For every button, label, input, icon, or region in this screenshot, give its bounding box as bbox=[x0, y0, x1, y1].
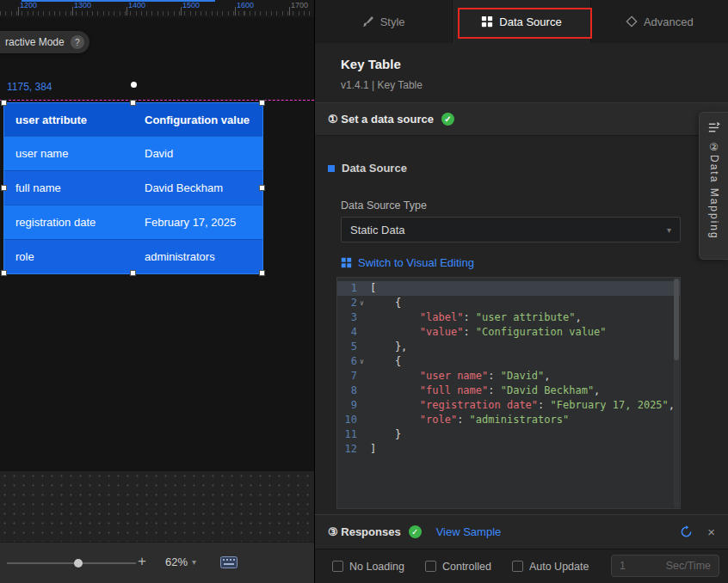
refresh-icon[interactable] bbox=[680, 525, 693, 538]
code-line[interactable]: 5 }, bbox=[337, 340, 680, 354]
selection-handle[interactable] bbox=[1, 185, 7, 191]
data-mapping-tab[interactable]: ②Data Mapping bbox=[699, 112, 728, 260]
code-line[interactable]: 8 "full name": "David Beckham", bbox=[337, 384, 680, 398]
ruler-mark: 1500 bbox=[182, 1, 200, 9]
line-number: 10 bbox=[345, 413, 357, 427]
check-icon: ✓ bbox=[441, 113, 454, 126]
check-icon: ✓ bbox=[409, 525, 422, 538]
table-cell-label: role bbox=[4, 240, 133, 273]
code-line[interactable]: 6∨ { bbox=[337, 354, 680, 369]
view-sample-link[interactable]: View Sample bbox=[436, 525, 502, 538]
checkbox-box[interactable] bbox=[425, 561, 436, 572]
selection-handle[interactable] bbox=[259, 185, 265, 191]
selection-coordinates: 1175, 384 bbox=[7, 81, 52, 93]
zoom-in-button[interactable]: + bbox=[138, 553, 146, 570]
component-title: Key Table bbox=[341, 57, 401, 71]
fold-icon[interactable]: ∨ bbox=[357, 354, 367, 369]
tab-advanced[interactable]: Advanced bbox=[591, 0, 728, 43]
code-line[interactable]: 2∨ { bbox=[337, 296, 680, 310]
section-bullet-icon bbox=[328, 165, 335, 172]
data-source-type-label: Data Source Type bbox=[341, 199, 427, 212]
design-canvas[interactable]: 1200 1300 1400 1500 1600 1700 ractive Mo… bbox=[0, 0, 314, 583]
code-line[interactable]: 9 "registration date": "February 17, 202… bbox=[337, 398, 680, 413]
selection-handle[interactable] bbox=[1, 100, 7, 106]
code-line[interactable]: 4 "value": "Configuration value" bbox=[337, 325, 680, 340]
selection-handle[interactable] bbox=[259, 100, 265, 106]
tab-label: Advanced bbox=[644, 15, 694, 28]
key-table-widget[interactable]: user attribute Configuration value user … bbox=[4, 103, 262, 273]
annotation-highlight-box bbox=[458, 8, 592, 39]
app-window: 1200 1300 1400 1500 1600 1700 ractive Mo… bbox=[0, 0, 728, 583]
line-number: 2 bbox=[351, 296, 357, 310]
tab-style[interactable]: Style bbox=[315, 0, 453, 43]
data-source-type-select[interactable]: Static Data ▾ bbox=[341, 217, 681, 242]
code-editor[interactable]: 1 [ 2∨ { 3 "label": "user attribute", 4 … bbox=[336, 277, 681, 509]
code-line[interactable]: 10 "role": "administrators" bbox=[337, 413, 680, 427]
zoom-slider[interactable] bbox=[7, 562, 136, 564]
tab-label: Style bbox=[380, 15, 405, 28]
selection-handle[interactable] bbox=[130, 270, 136, 276]
line-number: 4 bbox=[351, 325, 357, 340]
interval-unit: Sec/Time bbox=[666, 560, 711, 572]
checkbox-box[interactable] bbox=[332, 561, 343, 572]
no-loading-checkbox[interactable]: No Loading bbox=[332, 561, 404, 573]
help-icon[interactable]: ? bbox=[71, 35, 84, 49]
code-line[interactable]: 11 } bbox=[337, 427, 680, 442]
checkbox-box[interactable] bbox=[512, 561, 523, 572]
table-cell-label: user name bbox=[4, 137, 133, 170]
selection-handle[interactable] bbox=[1, 270, 7, 276]
mode-pill-label: ractive Mode bbox=[5, 36, 65, 48]
table-cell-value: administrators bbox=[133, 240, 262, 273]
table-cell-label: user attribute bbox=[4, 103, 133, 136]
code-line[interactable]: 12 ] bbox=[337, 442, 680, 457]
interval-value: 1 bbox=[620, 560, 626, 572]
canvas-toolbar: + 62% ▾ bbox=[0, 542, 314, 583]
editor-scrollbar-thumb[interactable] bbox=[674, 279, 679, 360]
responses-header[interactable]: ③ Responses ✓ View Sample × bbox=[315, 514, 728, 549]
zoom-slider-handle[interactable] bbox=[74, 559, 83, 568]
interactive-mode-pill[interactable]: ractive Mode ? bbox=[0, 31, 89, 53]
component-header: Key Table v1.4.1 | Key Table bbox=[315, 43, 728, 103]
table-row: registration date February 17, 2025 bbox=[4, 205, 262, 239]
line-number: 6 bbox=[351, 354, 357, 369]
ruler-mark: 1200 bbox=[20, 1, 37, 9]
dotted-workspace bbox=[0, 471, 314, 542]
zoom-level-dropdown[interactable]: 62% ▾ bbox=[165, 555, 196, 568]
auto-update-checkbox[interactable]: Auto Update bbox=[512, 561, 589, 573]
switch-link-label: Switch to Visual Editing bbox=[358, 256, 474, 269]
editor-scrollbar[interactable] bbox=[674, 279, 679, 507]
keyboard-icon[interactable] bbox=[220, 556, 238, 568]
responses-label: ③ Responses bbox=[328, 525, 401, 538]
fold-icon[interactable]: ∨ bbox=[357, 296, 367, 310]
checkbox-label: Auto Update bbox=[529, 561, 589, 573]
line-number: 12 bbox=[345, 442, 357, 457]
data-source-section-label: Data Source bbox=[342, 162, 407, 175]
table-cell-value: Configuration value bbox=[133, 103, 262, 136]
data-source-section: Data Source bbox=[328, 162, 407, 175]
step-header-label: ① Set a data source bbox=[328, 113, 434, 126]
table-row: user name David bbox=[4, 136, 262, 170]
rotate-handle[interactable] bbox=[131, 82, 137, 88]
ruler-mark: 1400 bbox=[128, 1, 145, 9]
selection-handle[interactable] bbox=[259, 270, 265, 276]
ruler-mark: 1300 bbox=[74, 1, 91, 9]
ruler-mark: 1600 bbox=[237, 1, 254, 9]
interval-input[interactable]: 1 Sec/Time bbox=[611, 555, 719, 577]
line-number: 9 bbox=[351, 398, 357, 413]
line-number: 1 bbox=[351, 281, 357, 296]
table-row: full name David Beckham bbox=[4, 170, 262, 205]
code-line[interactable]: 1 [ bbox=[337, 281, 680, 296]
chevron-down-icon: ▾ bbox=[192, 557, 196, 567]
code-line[interactable]: 7 "user name": "David", bbox=[337, 369, 680, 384]
close-icon[interactable]: × bbox=[707, 525, 715, 539]
ruler-mark: 1700 bbox=[291, 1, 308, 9]
ruler-ticks-major bbox=[0, 7, 314, 15]
table-cell-value: David Beckham bbox=[133, 171, 262, 205]
switch-visual-editing-link[interactable]: Switch to Visual Editing bbox=[341, 256, 474, 269]
selection-handle[interactable] bbox=[130, 100, 136, 106]
ruler-selection-highlight bbox=[22, 0, 215, 2]
controlled-checkbox[interactable]: Controlled bbox=[425, 561, 491, 573]
table-row: user attribute Configuration value bbox=[4, 103, 262, 136]
step-header-set-data-source[interactable]: ① Set a data source ✓ bbox=[315, 103, 728, 136]
code-line[interactable]: 3 "label": "user attribute", bbox=[337, 310, 680, 325]
